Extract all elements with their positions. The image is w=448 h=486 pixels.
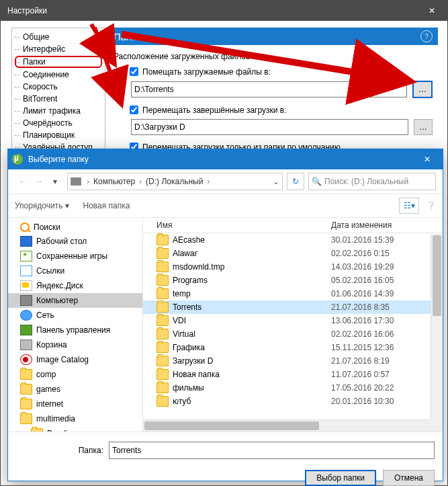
help-icon[interactable]: ❔ [426,201,436,210]
put-downloads-checkbox[interactable] [130,67,138,76]
folder-icon [156,315,169,326]
folder-icon [156,329,169,339]
browse-titlebar: Выберите папку ✕ [8,149,443,169]
settings-tree-item[interactable]: Очерёдность [15,117,105,129]
settings-tree-item[interactable]: Папки [15,56,102,68]
location-tree-item[interactable]: Панель управления [8,323,142,337]
caret-right-icon: › [87,177,89,186]
location-tree-item[interactable]: Bandicam [8,426,142,432]
location-tree-item[interactable]: Рабочий стол [8,234,142,249]
location-tree-item[interactable]: comp [8,367,142,382]
location-tree-item[interactable]: Поиски [8,220,142,234]
browse-toolbar: Упорядочить ▾ Новая папка ☷▾ ❔ [8,194,443,218]
folder-icon [156,261,169,272]
browse-nav-row: ← → ▾ › Компьютер › (D:) Локальный › ⌄ ↻… [8,169,443,194]
file-row[interactable]: Новая папка11.07.2016 0:57 [143,368,443,381]
folder-icon [156,288,169,299]
location-tree-item[interactable]: internet [8,397,142,411]
crumb-drive[interactable]: (D:) Локальный [146,177,203,186]
folder-icon [156,235,169,245]
search-icon: 🔍 [312,177,322,186]
file-row[interactable]: Programs05.02.2016 16:05 [143,274,443,287]
settings-category-tree[interactable]: ОбщиеИнтерфейсПапкиСоединениеСкоростьBit… [11,28,105,157]
folder-icon [20,384,32,395]
new-folder-button[interactable]: Новая папка [83,201,130,210]
crumb-computer[interactable]: Компьютер [93,177,135,186]
link-icon [20,266,32,276]
location-tree-item[interactable]: Image Catalog [8,352,142,367]
select-folder-button[interactable]: Выбор папки [305,470,376,486]
browse-close-button[interactable]: ✕ [412,149,443,169]
folder-icon [156,302,169,313]
location-tree-item[interactable]: Корзина [8,337,142,352]
location-tree-item[interactable]: Сохраненные игры [8,249,142,264]
file-list[interactable]: Имя Дата изменения AEcashe30.01.2016 15:… [143,218,443,432]
view-mode-button[interactable]: ☷▾ [399,198,419,214]
nav-forward-button[interactable]: → [31,173,47,190]
horizontal-scrollbar[interactable] [143,419,431,432]
panel-title: Папки [114,31,142,42]
refresh-button[interactable]: ↻ [287,173,304,190]
file-row[interactable]: Графика15.11.2015 12:36 [143,341,443,354]
location-tree-item[interactable]: Яндекс.Диск [8,278,142,293]
trash-icon [20,339,32,350]
folder-icon [20,399,32,409]
put-downloads-label: Помещать загружаемые файлы в: [142,67,271,77]
settings-tree-item[interactable]: Общие [15,31,105,43]
cancel-button[interactable]: Отмена [383,470,435,486]
folders-panel: Папки ? Расположение загруженных файлов … [108,28,438,160]
settings-tree-item[interactable]: Лимит трафика [15,105,105,117]
file-row[interactable]: Torrents21.07.2016 8:35 [143,300,443,314]
folder-icon [156,369,169,380]
file-row[interactable]: Загрузки D21.07.2016 8:19 [143,354,443,368]
desktop-icon [20,236,32,247]
pc-icon [20,295,32,306]
settings-tree-item[interactable]: Интерфейс [15,43,105,55]
chevron-down-icon[interactable]: ⌄ [273,177,279,186]
search-input[interactable]: 🔍 Поиск: (D:) Локальный [308,173,436,190]
location-tree[interactable]: ПоискиРабочий столСохраненные игрыСсылки… [8,218,143,432]
col-name-header[interactable]: Имя [143,220,331,230]
move-completed-path-input[interactable] [131,119,408,135]
nav-back-button[interactable]: ← [15,173,31,190]
file-row[interactable]: Virtual02.02.2016 16:06 [143,327,443,341]
location-tree-item[interactable]: Ссылки [8,264,142,278]
file-row[interactable]: msdownld.tmp14.03.2016 19:29 [143,260,443,274]
folder-icon [20,369,32,380]
settings-tree-item[interactable]: Соединение [15,69,105,81]
browse-move-completed-button[interactable]: … [414,119,433,135]
col-date-header[interactable]: Дата изменения [331,220,443,230]
folder-name-input[interactable] [109,442,435,459]
settings-titlebar: Настройки ✕ [1,1,447,21]
settings-tree-item[interactable]: Планировщик [15,129,105,141]
file-row[interactable]: фильмы17.05.2016 20:22 [143,381,443,395]
vertical-scrollbar[interactable] [431,234,443,432]
file-row[interactable]: Alawar02.02.2016 0:15 [143,247,443,260]
help-icon[interactable]: ? [420,30,433,42]
put-downloads-path-input[interactable] [131,81,407,97]
file-list-header[interactable]: Имя Дата изменения [143,218,443,233]
net-icon [20,310,32,321]
group-title: Расположение загруженных файлов [114,52,433,61]
location-tree-item[interactable]: Сеть [8,308,142,323]
file-row[interactable]: AEcashe30.01.2016 15:39 [143,233,443,247]
settings-tree-item[interactable]: BitTorrent [15,93,105,105]
utorrent-icon [12,154,23,165]
settings-close-button[interactable]: ✕ [416,1,447,21]
file-row[interactable]: VDI13.06.2016 17:30 [143,314,443,327]
settings-title-text: Настройки [7,6,47,15]
file-row[interactable]: temp01.06.2016 14:39 [143,287,443,300]
move-completed-checkbox[interactable] [130,106,138,114]
location-tree-item[interactable]: multimedia [8,411,142,426]
browse-put-downloads-button[interactable]: … [412,81,433,98]
breadcrumb[interactable]: › Компьютер › (D:) Локальный › ⌄ [67,173,283,190]
caret-right-icon: › [207,177,210,186]
settings-tree-item[interactable]: Скорость [15,81,105,93]
location-tree-item[interactable]: Компьютер [8,293,142,308]
nav-up-button[interactable]: ▾ [47,173,63,190]
folder-icon [156,342,169,353]
location-tree-item[interactable]: games [8,382,142,397]
organize-menu[interactable]: Упорядочить ▾ [15,201,69,210]
file-row[interactable]: ютуб20.01.2016 10:30 [143,395,443,408]
imgcat-icon [20,354,32,365]
